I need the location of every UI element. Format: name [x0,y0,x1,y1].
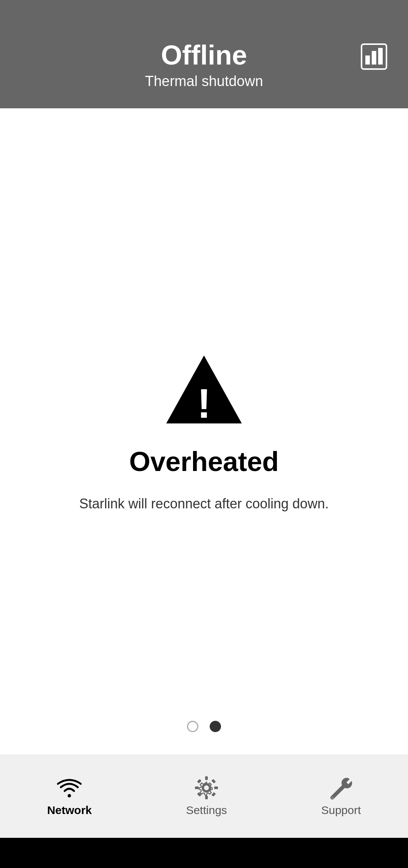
bottom-bar [0,838,408,868]
svg-rect-9 [205,796,208,799]
settings-icon [193,777,220,799]
svg-rect-3 [378,48,383,65]
pagination-dot-2[interactable] [210,721,221,732]
svg-rect-2 [372,51,376,65]
svg-rect-13 [212,779,216,783]
header-subtitle: Thermal shutdown [145,73,263,89]
warning-section: ! Overheated Starlink will reconnect aft… [79,352,329,512]
status-bar [0,0,408,30]
header-title: Offline [161,42,247,69]
overheated-description: Starlink will reconnect after cooling do… [79,496,329,512]
svg-point-16 [331,797,334,799]
support-icon [328,777,354,799]
header-content: Offline Thermal shutdown [145,42,263,89]
nav-label-settings: Settings [186,804,227,817]
svg-rect-8 [205,776,208,780]
svg-text:!: ! [197,380,211,426]
nav-item-settings[interactable]: Settings [186,777,227,817]
svg-rect-1 [365,55,370,65]
svg-rect-11 [214,786,218,789]
svg-rect-10 [195,786,199,789]
overheated-title: Overheated [129,446,279,477]
nav-label-support: Support [321,804,361,817]
warning-triangle-icon: ! [162,352,246,427]
stats-icon[interactable] [359,42,389,72]
wifi-icon [56,777,83,799]
main-content: ! Overheated Starlink will reconnect aft… [0,108,408,755]
pagination-dots [187,721,221,732]
pagination-dot-1[interactable] [187,721,198,732]
nav-label-network: Network [47,804,92,817]
nav-item-network[interactable]: Network [47,777,92,817]
header: Offline Thermal shutdown [0,30,408,108]
svg-rect-15 [212,792,216,797]
nav-item-support[interactable]: Support [321,777,361,817]
svg-rect-12 [197,779,202,783]
bottom-nav: Network Settings [0,755,408,838]
